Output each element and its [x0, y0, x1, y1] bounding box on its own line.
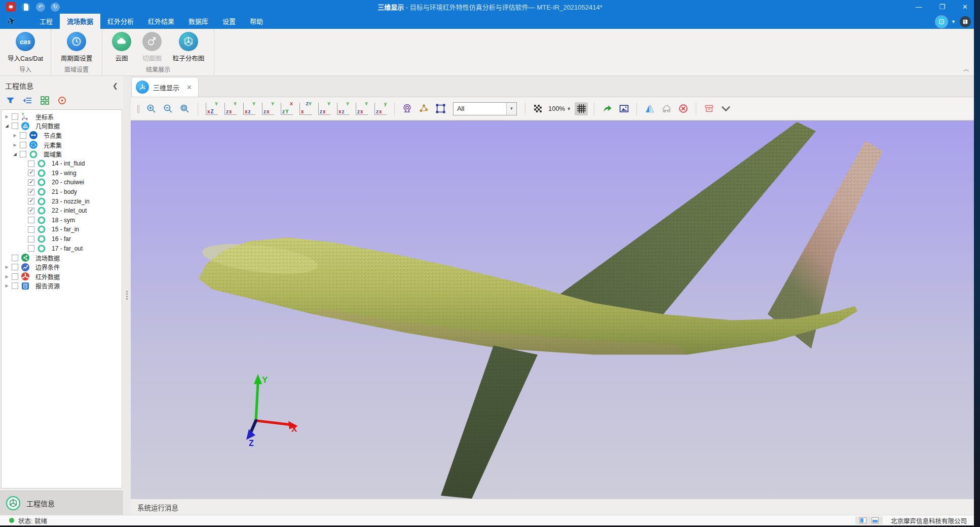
theme-dropdown-caret[interactable]: ▼ — [951, 19, 956, 24]
view-orientation-10[interactable]: yzx — [374, 103, 387, 115]
tree-item-label[interactable]: 20 - chuiwei — [52, 179, 84, 186]
mesh-toggle-button[interactable] — [575, 102, 588, 115]
tree-item-label[interactable]: 17 - far_out — [52, 245, 83, 252]
tree-item-label[interactable]: 18 - sym — [52, 217, 75, 224]
tree-item-label[interactable]: 边界条件 — [35, 263, 60, 271]
minimize-button[interactable]: — — [915, 4, 922, 10]
tab-3d-view[interactable]: 三维显示 ✕ — [131, 77, 199, 97]
tree-expander[interactable]: ▶ — [12, 143, 18, 147]
opacity-pattern-icon[interactable] — [532, 102, 545, 115]
new-document-button[interactable] — [21, 3, 30, 12]
tab-close-button[interactable]: ✕ — [186, 84, 192, 91]
cancel-button[interactable] — [676, 102, 690, 115]
rect-select-button[interactable] — [434, 102, 447, 115]
tree-row[interactable]: ▶节点集 — [2, 131, 122, 140]
tree-expander[interactable]: ▶ — [4, 274, 10, 279]
tree-expander[interactable]: ◢ — [4, 124, 10, 128]
view-orientation-2[interactable]: Yzx — [224, 103, 237, 115]
tree-item-label[interactable]: 元素集 — [44, 141, 62, 149]
particle-nodes-button[interactable] — [418, 102, 431, 115]
tree-item-label[interactable]: 报告资源 — [35, 281, 60, 290]
tree-checkbox[interactable] — [20, 142, 26, 148]
display-filter-select[interactable]: All▼ — [453, 102, 517, 115]
viewport-3d[interactable]: Y X Z — [131, 120, 974, 499]
tree-row[interactable]: 15 - far_in — [2, 225, 122, 234]
tree-checkbox[interactable] — [28, 217, 34, 223]
view-orientation-8[interactable]: Yxz — [337, 103, 349, 115]
menu-item-1[interactable]: 工程 — [32, 14, 60, 29]
tree-row[interactable]: 14 - int_fluid — [2, 159, 122, 169]
tree-row[interactable]: ▶红外数据 — [2, 272, 122, 281]
tree-row[interactable]: ▶报告资源 — [2, 281, 122, 291]
mirror-button[interactable] — [643, 102, 656, 115]
contour-plot-button[interactable]: 云图 — [106, 31, 137, 64]
tree-expander[interactable]: ▶ — [4, 265, 10, 269]
tree-row[interactable]: 流场数据 — [2, 253, 122, 263]
tree-item-label[interactable]: 几何数据 — [35, 121, 60, 130]
project-panel-footer[interactable]: 工程信息 — [0, 491, 123, 515]
locate-button[interactable] — [57, 95, 67, 105]
import-cas-dat-button[interactable]: cas导入Cas/Dat — [4, 31, 47, 64]
menu-item-7[interactable]: 帮助 — [243, 14, 270, 29]
tree-row[interactable]: 19 - wing — [2, 169, 122, 178]
tree-checkbox[interactable] — [28, 179, 34, 186]
menu-item-6[interactable]: 设置 — [215, 14, 243, 29]
close-button[interactable]: ✕ — [962, 4, 968, 10]
layout-bottom-panel-toggle[interactable] — [872, 517, 879, 523]
view-orientation-7[interactable]: Yzx — [318, 103, 330, 115]
tree-item-label[interactable]: 面域集 — [44, 150, 62, 158]
panel-splitter[interactable]: •••• — [123, 76, 131, 515]
tree-row[interactable]: 20 - chuiwei — [2, 178, 122, 187]
snapshot-button[interactable] — [617, 102, 630, 115]
more-options-button[interactable] — [719, 102, 732, 115]
tree-checkbox[interactable] — [28, 208, 34, 214]
export-result-button[interactable] — [600, 102, 614, 115]
tree-row[interactable]: 21 - body — [2, 187, 122, 197]
redo-button[interactable]: ↻ — [51, 3, 60, 12]
view-orientation-6[interactable]: ZYx — [299, 103, 312, 115]
tree-checkbox[interactable] — [28, 198, 34, 205]
tree-row[interactable]: 17 - far_out — [2, 244, 122, 253]
tree-checkbox[interactable] — [12, 264, 18, 270]
tree-item-label[interactable]: 坐标系 — [35, 112, 54, 121]
particle-distribution-button[interactable]: 粒子分布图 — [167, 31, 210, 64]
tree-row[interactable]: 16 - far — [2, 234, 122, 244]
view-orientation-9[interactable]: Yzx — [356, 103, 368, 115]
tree-checkbox[interactable] — [12, 273, 18, 280]
tree-checkbox[interactable] — [28, 160, 34, 167]
undo-button[interactable]: ↶ — [36, 3, 45, 12]
tree-checkbox[interactable] — [28, 189, 34, 195]
menu-item-3[interactable]: 红外分析 — [100, 14, 141, 29]
tree-row[interactable]: 23 - nozzle_in — [2, 196, 122, 206]
tree-checkbox[interactable] — [12, 282, 18, 289]
zoom-fit-button[interactable] — [178, 102, 192, 115]
tree-item-label[interactable]: 21 - body — [52, 188, 77, 195]
help-book-button[interactable] — [960, 16, 971, 27]
cloud-share-button[interactable] — [660, 102, 673, 115]
grid-view-button[interactable] — [40, 95, 50, 105]
tree-item-label[interactable]: 14 - int_fluid — [52, 160, 85, 167]
periodic-face-settings-button[interactable]: 周期面设置 — [55, 31, 98, 64]
tree-expander[interactable]: ▶ — [4, 114, 10, 119]
menu-item-4[interactable]: 红外结果 — [141, 14, 181, 29]
toolbar-grip-handle[interactable]: ║ — [136, 105, 140, 113]
ribbon-collapse-button[interactable]: ︿ — [963, 64, 969, 72]
maximize-button[interactable]: ❐ — [939, 4, 945, 10]
tree-item-label[interactable]: 23 - nozzle_in — [52, 198, 90, 205]
tree-checkbox[interactable] — [28, 245, 34, 252]
view-orientation-1[interactable]: YxZ — [206, 103, 218, 115]
dropdown-arrow-icon[interactable]: ▼ — [506, 103, 516, 115]
tree-checkbox[interactable] — [28, 236, 34, 242]
menu-item-2[interactable]: 流场数据 — [60, 14, 100, 29]
zoom-percent-dropdown[interactable]: 100%▼ — [548, 105, 571, 112]
list-view-button[interactable] — [22, 95, 32, 105]
zoom-in-button[interactable] — [145, 102, 158, 115]
layout-left-panel-toggle[interactable] — [859, 517, 866, 523]
tree-checkbox[interactable] — [12, 255, 18, 261]
view-orientation-5[interactable]: XzY — [281, 103, 293, 115]
tree-row[interactable]: ◢面域集 — [2, 149, 122, 159]
tree-row[interactable]: ▶Yzx坐标系 — [2, 112, 122, 121]
tree-item-label[interactable]: 16 - far — [52, 235, 71, 242]
tree-row[interactable]: 18 - sym — [2, 216, 122, 225]
tree-checkbox[interactable] — [28, 226, 34, 233]
